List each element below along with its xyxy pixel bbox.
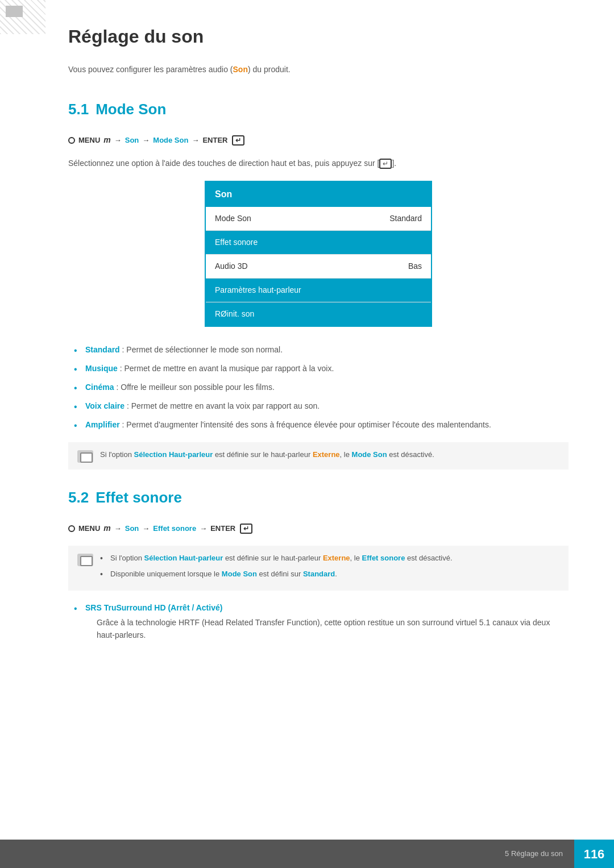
- note-51: Si l'option Sélection Haut-parleur est d…: [68, 442, 569, 470]
- menu-path-51: MENU m → Son → Mode Son → ENTER ↵: [68, 134, 569, 146]
- menu-item-mode-son: Mode Son Standard: [206, 207, 431, 231]
- note-52-bullet-1: Si l'option Sélection Haut-parleur est d…: [100, 553, 453, 564]
- bullet-musique: Musique : Permet de mettre en avant la m…: [74, 363, 569, 375]
- menu-item-audio-3d: Audio 3D Bas: [206, 255, 431, 279]
- bullet-voix-claire: Voix claire : Permet de mettre en avant …: [74, 400, 569, 412]
- bullet-standard: Standard : Permet de sélectionner le mod…: [74, 344, 569, 356]
- note-52-bullets: Si l'option Sélection Haut-parleur est d…: [100, 553, 453, 584]
- corner-box: [6, 6, 23, 17]
- note-52-bullet-2: Disponible uniquement lorsque le Mode So…: [100, 568, 453, 580]
- menu-item-reinit-son: RØinit. son: [206, 302, 431, 326]
- mode-son-bullet-list: Standard : Permet de sélectionner le mod…: [68, 344, 569, 431]
- intro-text: Vous pouvez configurer les paramètres au…: [68, 64, 569, 76]
- corner-decoration: [0, 0, 45, 34]
- note-52: Si l'option Sélection Haut-parleur est d…: [68, 546, 569, 591]
- section-52-heading: 5.2Effet sonore: [68, 487, 569, 509]
- menu-ui-container: Son Mode Son Standard Effet sonore Audio…: [68, 181, 569, 327]
- effet-sonore-bullets: SRS TruSurround HD (Arrêt / Activé) Grâc…: [68, 602, 569, 642]
- menu-item-params-hp: Paramètres haut-parleur: [206, 279, 431, 302]
- enter-icon-52: ↵: [240, 524, 252, 534]
- srs-item: SRS TruSurround HD (Arrêt / Activé) Grâc…: [74, 602, 569, 642]
- bullet-amplifier: Amplifier : Permet d'augmenter l'intensi…: [74, 419, 569, 431]
- footer-page-number: 116: [574, 840, 614, 868]
- note-icon-52: [77, 554, 93, 566]
- note-text-51: Si l'option Sélection Haut-parleur est d…: [100, 449, 434, 460]
- enter-icon: ↵: [232, 135, 244, 146]
- menu-circle-icon-52: [68, 525, 75, 532]
- menu-path-52: MENU m → Son → Effet sonore → ENTER ↵: [68, 522, 569, 534]
- inline-enter-icon: ↵: [379, 159, 392, 169]
- menu-circle-icon: [68, 137, 75, 144]
- bullet-cinema: Cinéma : Offre le meilleur son possible …: [74, 381, 569, 393]
- menu-ui-header: Son: [206, 182, 431, 207]
- note-icon-51: [77, 450, 93, 463]
- section-51-heading: 5.1Mode Son: [68, 98, 569, 121]
- instruction-text: Sélectionnez une option à l'aide des tou…: [68, 157, 569, 169]
- menu-item-effet-sonore: Effet sonore: [206, 231, 431, 255]
- page-footer: 5 Réglage du son 116: [0, 840, 614, 868]
- menu-ui-box: Son Mode Son Standard Effet sonore Audio…: [205, 181, 432, 327]
- footer-text: 5 Réglage du son: [505, 848, 574, 859]
- page-title: Réglage du son: [68, 23, 569, 55]
